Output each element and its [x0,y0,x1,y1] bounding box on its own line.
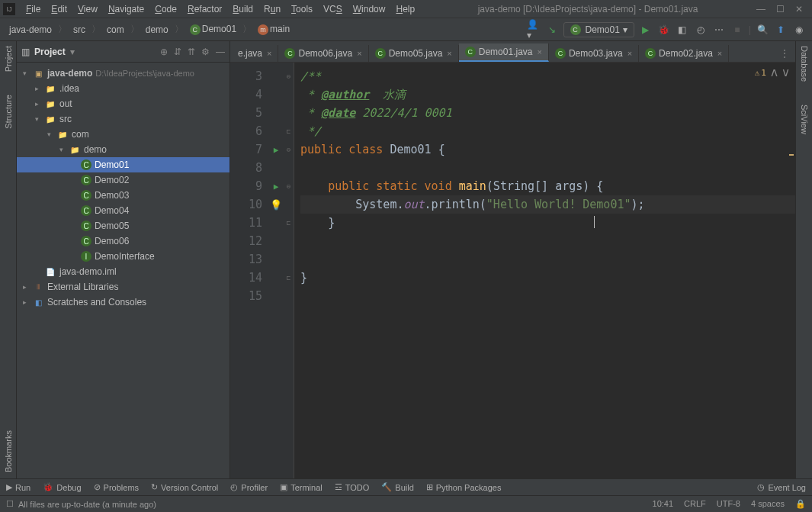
tool-sciview[interactable]: SciView [800,105,809,134]
tool-structure[interactable]: Structure [4,95,13,129]
tool-python[interactable]: ⊞Python Packages [426,482,502,492]
maximize-icon[interactable]: ☐ [776,4,785,14]
tool-debug[interactable]: 🐞Debug [43,482,81,492]
crumb-project[interactable]: java-demo [6,23,55,37]
run-main-icon[interactable]: ▶ [274,182,279,192]
ide-settings-icon[interactable]: ◉ [792,23,806,37]
tool-windows-icon[interactable]: ☐ [6,499,14,509]
menu-vcs[interactable]: VCS [319,2,347,16]
build-hammer-icon[interactable]: ↘ [545,23,559,37]
run-class-icon[interactable]: ▶ [274,145,279,155]
sync-icon[interactable]: ⬆ [774,23,788,37]
close-icon[interactable]: × [357,49,361,58]
error-stripe[interactable] [788,63,795,478]
tree-root[interactable]: ▾▣java-demoD:\IdeaProjects\java-demo [17,66,229,81]
profile-icon[interactable]: ◴ [694,23,708,37]
tree-interface[interactable]: IDemoInterface [17,249,229,264]
tab-partial[interactable]: e.java× [232,45,278,62]
crumb-demo[interactable]: demo [143,23,172,37]
select-opened-icon[interactable]: ⊕ [160,47,168,57]
close-icon[interactable]: × [267,49,271,58]
tree-scratch[interactable]: ▸◧Scratches and Consoles [17,295,229,310]
project-panel-title[interactable]: Project [34,47,66,57]
menu-view[interactable]: View [73,2,102,16]
status-line-ending[interactable]: CRLF [684,499,706,509]
tree-iml[interactable]: 📄java-demo.iml [17,264,229,279]
tree-demo[interactable]: ▾📁demo [17,142,229,157]
tree-class-demo06[interactable]: CDemo06 [17,233,229,249]
tool-bookmarks[interactable]: Bookmarks [4,430,13,472]
expand-all-icon[interactable]: ⇵ [174,47,181,57]
tool-run[interactable]: ▶Run [6,482,30,492]
tool-vcs[interactable]: ↻Version Control [151,482,218,492]
tool-terminal[interactable]: ▣Terminal [280,482,323,492]
intention-bulb-icon[interactable]: 💡 [270,199,282,211]
menu-tools[interactable]: Tools [287,2,317,16]
tool-project[interactable]: Project [4,46,13,72]
tree-class-demo03[interactable]: CDemo03 [17,188,229,203]
run-icon[interactable]: ▶ [639,23,653,37]
tree-com[interactable]: ▾📁com [17,127,229,142]
close-icon[interactable]: × [538,47,542,56]
prev-highlight-icon[interactable]: ʌ [771,66,778,79]
minimize-icon[interactable]: — [756,4,765,14]
gear-icon[interactable]: ⚙ [201,47,210,57]
add-user-icon[interactable]: 👤▾ [527,23,541,37]
tree-idea[interactable]: ▸📁.idea [17,81,229,96]
tab-demo01[interactable]: CDemo01.java× [459,43,549,62]
crumb-com[interactable]: com [104,23,127,37]
menu-refactor[interactable]: Refactor [183,2,226,16]
tree-out[interactable]: ▸📁out [17,96,229,111]
collapse-all-icon[interactable]: ⇈ [188,47,195,57]
status-position[interactable]: 10:41 [653,499,674,509]
tree-class-demo05[interactable]: CDemo05 [17,218,229,233]
tab-demo02[interactable]: CDemo02.java× [639,45,729,62]
tool-build[interactable]: 🔨Build [381,482,413,492]
crumb-method[interactable]: mmain [255,22,293,37]
menu-edit[interactable]: Edit [47,2,72,16]
chevron-down-icon[interactable]: ▾ [70,47,75,57]
menu-run[interactable]: Run [259,2,285,16]
project-tree[interactable]: ▾▣java-demoD:\IdeaProjects\java-demo ▸📁.… [17,63,229,313]
menu-help[interactable]: Help [391,2,419,16]
search-icon[interactable]: 🔍 [756,23,769,37]
tab-demo03[interactable]: CDemo03.java× [549,45,639,62]
crumb-class[interactable]: CDemo01 [187,22,239,37]
tree-src[interactable]: ▾📁src [17,111,229,127]
tree-class-demo01[interactable]: CDemo01 [17,157,229,172]
close-icon[interactable]: × [627,49,632,58]
tree-class-demo04[interactable]: CDemo04 [17,203,229,218]
crumb-src[interactable]: src [70,23,88,37]
menu-file[interactable]: File [21,2,45,16]
breadcrumb[interactable]: java-demo〉 src〉 com〉 demo〉 CDemo01〉 mmai… [6,22,293,37]
tab-list-icon[interactable]: ⋮ [780,48,789,59]
tab-demo05[interactable]: CDemo05.java× [369,45,459,62]
tool-database[interactable]: Database [800,46,809,82]
code-editor[interactable]: 3456789101112131415 ▶ ▶ 💡 ⊖⊏⊖⊖⊏⊏ /** * @… [230,63,795,478]
close-icon[interactable]: × [717,49,722,58]
inspection-widget[interactable]: ⚠1 ʌ v [755,66,789,79]
menu-window[interactable]: Window [348,2,390,16]
menu-navigate[interactable]: Navigate [104,2,149,16]
close-icon[interactable]: ✕ [795,4,803,14]
tree-ext-lib[interactable]: ▸⫴External Libraries [17,279,229,295]
close-icon[interactable]: × [447,49,451,58]
attach-icon[interactable]: ⋯ [712,23,726,37]
tab-demo06[interactable]: CDemo06.java× [278,45,368,62]
debug-icon[interactable]: 🐞 [657,23,671,37]
tool-profiler[interactable]: ◴Profiler [230,482,268,492]
coverage-icon[interactable]: ◧ [676,23,689,37]
status-indent[interactable]: 4 spaces [751,499,785,509]
tree-class-demo02[interactable]: CDemo02 [17,172,229,188]
tool-event-log[interactable]: ◷Event Log [757,482,806,492]
tool-todo[interactable]: ☲TODO [335,482,370,492]
menu-code[interactable]: Code [150,2,181,16]
hide-icon[interactable]: — [216,47,225,57]
lock-icon[interactable]: 🔒 [795,499,806,509]
menu-build[interactable]: Build [228,2,258,16]
code-content[interactable]: /** * @author 水滴 * @date 2022/4/1 0001 *… [294,63,795,478]
stop-icon[interactable]: ■ [730,23,744,37]
tool-problems[interactable]: ⊘Problems [94,482,139,492]
status-encoding[interactable]: UTF-8 [717,499,740,509]
run-config-selector[interactable]: C Demo01 ▾ [563,22,634,37]
